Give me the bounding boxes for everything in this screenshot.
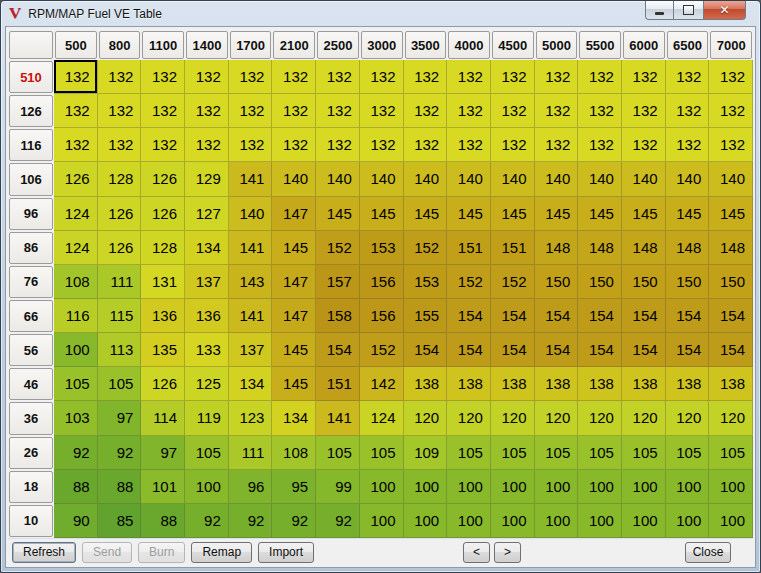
ve-cell[interactable]: 152 <box>316 231 360 265</box>
ve-cell[interactable]: 132 <box>272 94 316 128</box>
ve-cell[interactable]: 115 <box>98 299 142 333</box>
ve-cell[interactable]: 132 <box>141 60 185 94</box>
ve-cell[interactable]: 126 <box>98 231 142 265</box>
ve-cell[interactable]: 138 <box>709 367 753 401</box>
ve-cell[interactable]: 132 <box>54 128 98 162</box>
ve-cell[interactable]: 132 <box>709 128 753 162</box>
ve-cell[interactable]: 132 <box>535 60 579 94</box>
ve-cell[interactable]: 92 <box>229 504 273 538</box>
ve-cell[interactable]: 132 <box>578 60 622 94</box>
ve-cell[interactable]: 105 <box>54 367 98 401</box>
ve-cell[interactable]: 127 <box>185 197 229 231</box>
ve-cell[interactable]: 140 <box>447 162 491 196</box>
ve-cell[interactable]: 92 <box>98 436 142 470</box>
ve-cell[interactable]: 145 <box>666 197 710 231</box>
ve-cell[interactable]: 140 <box>709 162 753 196</box>
ve-cell[interactable]: 140 <box>229 197 273 231</box>
ve-cell[interactable]: 105 <box>709 436 753 470</box>
ve-cell[interactable]: 132 <box>98 60 142 94</box>
ve-cell[interactable]: 120 <box>666 401 710 435</box>
ve-cell[interactable]: 135 <box>141 333 185 367</box>
ve-cell[interactable]: 100 <box>709 470 753 504</box>
ve-cell[interactable]: 145 <box>316 197 360 231</box>
ve-cell[interactable]: 154 <box>316 333 360 367</box>
ve-cell[interactable]: 145 <box>491 197 535 231</box>
ve-cell[interactable]: 132 <box>316 94 360 128</box>
ve-cell[interactable]: 154 <box>578 333 622 367</box>
ve-cell[interactable]: 132 <box>447 128 491 162</box>
ve-cell[interactable]: 153 <box>360 231 404 265</box>
ve-cell[interactable]: 96 <box>229 470 273 504</box>
ve-cell[interactable]: 151 <box>447 231 491 265</box>
ve-cell[interactable]: 147 <box>272 197 316 231</box>
minimize-button[interactable] <box>645 1 674 20</box>
ve-cell[interactable]: 140 <box>666 162 710 196</box>
ve-cell[interactable]: 114 <box>141 401 185 435</box>
ve-cell[interactable]: 132 <box>404 60 448 94</box>
ve-cell[interactable]: 100 <box>54 333 98 367</box>
ve-cell[interactable]: 132 <box>229 128 273 162</box>
ve-cell[interactable]: 142 <box>360 367 404 401</box>
ve-cell[interactable]: 150 <box>535 265 579 299</box>
ve-cell[interactable]: 145 <box>404 197 448 231</box>
ve-cell[interactable]: 124 <box>360 401 404 435</box>
ve-cell[interactable]: 145 <box>360 197 404 231</box>
ve-cell[interactable]: 100 <box>578 470 622 504</box>
ve-cell[interactable]: 132 <box>360 128 404 162</box>
ve-cell[interactable]: 145 <box>535 197 579 231</box>
ve-cell[interactable]: 154 <box>666 333 710 367</box>
ve-cell[interactable]: 100 <box>535 504 579 538</box>
ve-cell[interactable]: 148 <box>622 231 666 265</box>
ve-cell[interactable]: 152 <box>360 333 404 367</box>
ve-cell[interactable]: 100 <box>491 470 535 504</box>
ve-cell[interactable]: 105 <box>360 436 404 470</box>
ve-cell[interactable]: 97 <box>98 401 142 435</box>
ve-cell[interactable]: 145 <box>709 197 753 231</box>
ve-cell[interactable]: 100 <box>578 504 622 538</box>
ve-cell[interactable]: 85 <box>98 504 142 538</box>
ve-cell[interactable]: 92 <box>185 504 229 538</box>
ve-cell[interactable]: 132 <box>98 94 142 128</box>
ve-cell[interactable]: 154 <box>622 333 666 367</box>
ve-cell[interactable]: 132 <box>229 60 273 94</box>
ve-cell[interactable]: 105 <box>491 436 535 470</box>
ve-cell[interactable]: 136 <box>141 299 185 333</box>
ve-cell[interactable]: 138 <box>578 367 622 401</box>
ve-cell[interactable]: 100 <box>535 470 579 504</box>
ve-cell[interactable]: 138 <box>535 367 579 401</box>
send-button[interactable]: Send <box>82 542 132 563</box>
ve-cell[interactable]: 141 <box>229 231 273 265</box>
ve-cell[interactable]: 120 <box>535 401 579 435</box>
ve-cell[interactable]: 140 <box>272 162 316 196</box>
ve-cell[interactable]: 100 <box>404 504 448 538</box>
ve-cell[interactable]: 120 <box>447 401 491 435</box>
ve-cell[interactable]: 97 <box>141 436 185 470</box>
next-table-button[interactable]: > <box>494 542 521 563</box>
close-button[interactable]: Close <box>685 542 731 563</box>
ve-cell[interactable]: 140 <box>316 162 360 196</box>
ve-cell[interactable]: 120 <box>709 401 753 435</box>
ve-cell[interactable]: 111 <box>229 436 273 470</box>
ve-cell[interactable]: 134 <box>185 231 229 265</box>
ve-cell[interactable]: 140 <box>622 162 666 196</box>
ve-cell[interactable]: 132 <box>98 128 142 162</box>
ve-cell[interactable]: 111 <box>98 265 142 299</box>
ve-cell[interactable]: 120 <box>622 401 666 435</box>
ve-cell[interactable]: 154 <box>404 333 448 367</box>
ve-cell[interactable]: 132 <box>447 94 491 128</box>
ve-cell[interactable]: 95 <box>272 470 316 504</box>
ve-cell[interactable]: 147 <box>272 265 316 299</box>
ve-cell[interactable]: 140 <box>491 162 535 196</box>
ve-cell[interactable]: 132 <box>578 94 622 128</box>
ve-cell[interactable]: 90 <box>54 504 98 538</box>
ve-cell[interactable]: 148 <box>535 231 579 265</box>
ve-cell[interactable]: 140 <box>535 162 579 196</box>
ve-cell[interactable]: 152 <box>447 265 491 299</box>
ve-cell[interactable]: 132 <box>491 94 535 128</box>
ve-cell[interactable]: 100 <box>666 504 710 538</box>
ve-cell[interactable]: 141 <box>229 162 273 196</box>
ve-cell[interactable]: 132 <box>666 60 710 94</box>
ve-cell[interactable]: 131 <box>141 265 185 299</box>
ve-cell[interactable]: 138 <box>404 367 448 401</box>
ve-cell[interactable]: 132 <box>666 94 710 128</box>
